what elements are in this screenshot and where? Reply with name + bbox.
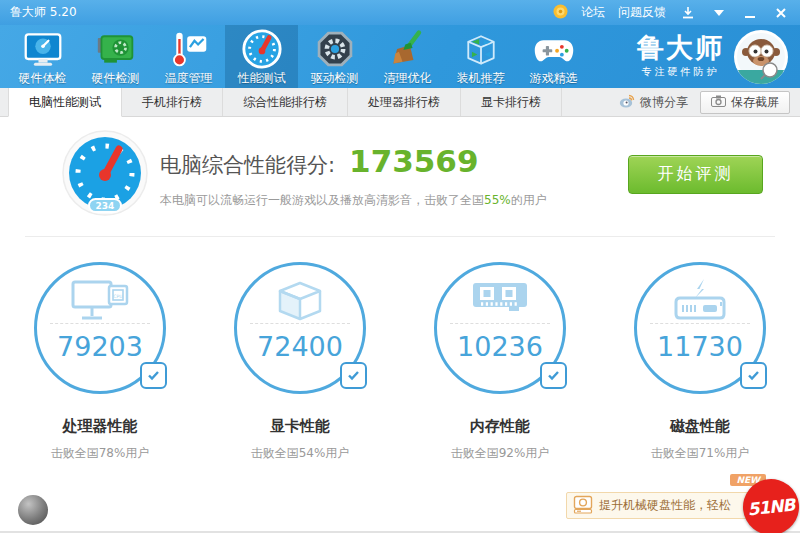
dashed-divider — [650, 323, 750, 324]
disk-beat: 击败全国71%用户 — [651, 445, 750, 462]
benchmark-disk: 11730 磁盘性能 击败全国71%用户 — [600, 262, 800, 462]
toolbar-item-cleanup[interactable]: 清理优化 — [371, 25, 444, 88]
dashed-divider — [250, 323, 350, 324]
toolbar-item-label: 硬件检测 — [92, 70, 140, 87]
cpu-beat: 击败全国78%用户 — [51, 445, 150, 462]
brand-area: 鲁大师 专注硬件防护 — [637, 25, 800, 88]
gamepad-icon — [533, 28, 575, 69]
tab-phone-ranking[interactable]: 手机排行榜 — [122, 88, 223, 116]
gauge-badge: 234 — [96, 201, 115, 211]
check-badge — [540, 362, 567, 389]
toolbar-item-label: 温度管理 — [165, 70, 213, 87]
subtitle-prefix: 本电脑可以流畅运行一般游戏以及播放高清影音，击败了全国 — [160, 193, 484, 207]
ram-beat: 击败全国92%用户 — [451, 445, 550, 462]
gpu-card-icon — [95, 28, 137, 69]
cpu-chip-label: CPU — [113, 294, 122, 299]
menu-dropdown-icon[interactable] — [710, 5, 728, 21]
speedometer-icon — [241, 28, 283, 69]
dashed-divider — [450, 323, 550, 324]
broom-icon — [387, 28, 429, 69]
toolbar-item-label: 硬件体检 — [19, 70, 67, 87]
forum-link[interactable]: 论坛 — [581, 4, 605, 21]
disk-label: 磁盘性能 — [670, 417, 730, 436]
section-divider — [25, 236, 775, 237]
main-content: 234 电脑综合性能得分: 173569 本电脑可以流畅运行一般游戏以及播放高清… — [0, 117, 800, 490]
promo-disk-icon — [573, 495, 593, 517]
check-badge — [340, 362, 367, 389]
summary-subtitle: 本电脑可以流畅运行一般游戏以及播放高清影音，击败了全国55%的用户 — [160, 192, 547, 209]
ram-score: 10236 — [437, 331, 563, 362]
cpu-score-circle[interactable]: CPU 79203 — [34, 262, 166, 394]
ram-score-circle[interactable]: 10236 — [434, 262, 566, 394]
toolbar-item-performance-test[interactable]: 性能测试 — [225, 25, 298, 88]
toolbar-item-label: 游戏精选 — [530, 70, 578, 87]
disk-icon — [637, 278, 763, 326]
dashed-divider — [50, 323, 150, 324]
brand-name: 鲁大师 — [637, 34, 724, 62]
toolbar-item-label: 清理优化 — [384, 70, 432, 87]
ram-label: 内存性能 — [470, 417, 530, 436]
weibo-share-label: 微博分享 — [640, 94, 688, 111]
summary-text: 电脑综合性能得分: 173569 本电脑可以流畅运行一般游戏以及播放高清影音，击… — [160, 143, 547, 209]
minimize-button[interactable] — [741, 5, 759, 21]
cpu-monitor-icon: CPU — [37, 278, 163, 324]
check-badge — [140, 362, 167, 389]
start-benchmark-button[interactable]: 开始评测 — [628, 155, 763, 194]
gpu-label: 显卡性能 — [270, 417, 330, 436]
subtitle-percent: 55% — [484, 193, 511, 207]
toolbar-item-game-picks[interactable]: 游戏精选 — [517, 25, 590, 88]
ram-icon — [437, 278, 563, 320]
toolbar-item-temperature[interactable]: 温度管理 — [152, 25, 225, 88]
mascot-avatar — [734, 30, 788, 84]
feedback-link[interactable]: 问题反馈 — [618, 4, 666, 21]
save-screenshot-button[interactable]: 保存截屏 — [700, 91, 790, 114]
gpu-score: 72400 — [237, 331, 363, 362]
app-title: 鲁大师 5.20 — [10, 4, 77, 21]
toolbar-item-build-recommend[interactable]: 装机推荐 — [444, 25, 517, 88]
tray-mascot-icon — [18, 495, 48, 525]
toolbar-item-hardware-detect[interactable]: 硬件检测 — [79, 25, 152, 88]
medal-icon — [553, 4, 568, 22]
promo-text: 提升机械硬盘性能，轻松 — [599, 497, 731, 514]
check-badge — [740, 362, 767, 389]
benchmark-cpu: CPU 79203 处理器性能 击败全国78%用户 — [0, 262, 200, 462]
build-cube-icon — [460, 28, 502, 69]
tab-cpu-ranking[interactable]: 处理器排行榜 — [348, 88, 461, 116]
benchmark-ram: 10236 内存性能 击败全国92%用户 — [400, 262, 600, 462]
monitor-checkup-icon — [22, 28, 64, 69]
benchmark-row: CPU 79203 处理器性能 击败全国78%用户 72400 — [0, 262, 800, 462]
gear-octagon-icon — [314, 28, 356, 69]
brand-text: 鲁大师 专注硬件防护 — [637, 34, 724, 79]
overall-gauge-icon: 234 — [62, 129, 148, 225]
camera-icon — [711, 95, 726, 110]
thermometer-chart-icon — [168, 28, 210, 69]
gpu-beat: 击败全国54%用户 — [251, 445, 350, 462]
toolbar-item-label: 驱动检测 — [311, 70, 359, 87]
summary-title: 电脑综合性能得分: — [160, 151, 335, 179]
weibo-share-button[interactable]: 微博分享 — [619, 94, 688, 111]
overall-score: 173569 — [349, 143, 478, 179]
weibo-icon — [619, 94, 635, 111]
title-bar-actions: 论坛 问题反馈 — [553, 4, 790, 22]
toolbar-item-label: 性能测试 — [238, 70, 286, 87]
disk-score-circle[interactable]: 11730 — [634, 262, 766, 394]
save-screenshot-label: 保存截屏 — [731, 94, 779, 111]
download-icon[interactable] — [679, 5, 697, 21]
title-bar: 鲁大师 5.20 论坛 问题反馈 — [0, 0, 800, 25]
benchmark-gpu: 72400 显卡性能 击败全国54%用户 — [200, 262, 400, 462]
disk-score: 11730 — [637, 331, 763, 362]
tab-pc-benchmark[interactable]: 电脑性能测试 — [8, 88, 122, 117]
brand-slogan: 专注硬件防护 — [637, 65, 724, 79]
cpu-score: 79203 — [37, 331, 163, 362]
tab-actions: 微博分享 保存截屏 — [619, 88, 800, 116]
gpu-score-circle[interactable]: 72400 — [234, 262, 366, 394]
tab-bar: 电脑性能测试 手机排行榜 综合性能排行榜 处理器排行榜 显卡排行榜 微博分享 保… — [0, 88, 800, 117]
tab-gpu-ranking[interactable]: 显卡排行榜 — [461, 88, 562, 116]
toolbar-item-hardware-checkup[interactable]: 硬件体检 — [6, 25, 79, 88]
toolbar-item-driver-detect[interactable]: 驱动检测 — [298, 25, 371, 88]
toolbar-item-label: 装机推荐 — [457, 70, 505, 87]
tab-overall-ranking[interactable]: 综合性能排行榜 — [223, 88, 348, 116]
main-toolbar: 硬件体检 硬件检测 温度管理 性能测试 驱动检测 清理优化 装机推荐 — [0, 25, 800, 88]
close-button[interactable] — [772, 5, 790, 21]
subtitle-suffix: 的用户 — [511, 193, 547, 207]
